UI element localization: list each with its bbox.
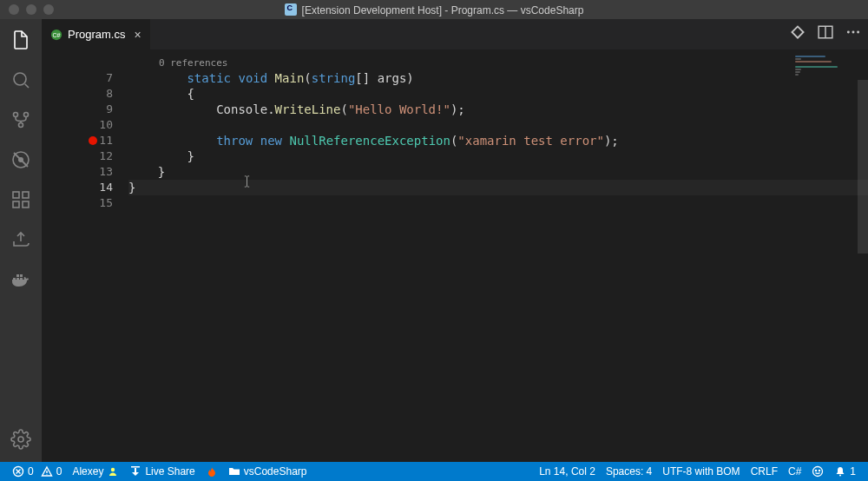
code-line[interactable] (128, 117, 868, 133)
breakpoint-icon[interactable] (89, 136, 97, 145)
status-flame[interactable] (201, 462, 223, 481)
line-number[interactable]: 13 (42, 164, 128, 180)
svg-rect-25 (131, 466, 140, 468)
editor-area: C# Program.cs × 789101112131415 (42, 19, 868, 462)
flame-icon (206, 465, 218, 478)
line-number[interactable]: 12 (42, 148, 128, 164)
search-icon[interactable] (9, 68, 33, 92)
line-number[interactable]: 8 (42, 86, 128, 102)
error-icon (12, 465, 24, 478)
close-window-button[interactable] (9, 4, 19, 15)
docker-icon[interactable] (9, 267, 33, 292)
status-liveshare[interactable]: Live Share (124, 462, 200, 481)
editor-toolbar (790, 24, 861, 40)
code-line[interactable]: } (128, 164, 868, 180)
code-editor[interactable]: 789101112131415 0 references static void… (42, 49, 868, 462)
line-number[interactable]: 11 (42, 133, 128, 148)
explorer-icon[interactable] (9, 28, 33, 52)
tab-program-cs[interactable]: C# Program.cs × (42, 19, 151, 49)
codelens-references[interactable]: 0 references (128, 56, 868, 70)
svg-point-5 (18, 157, 23, 162)
svg-point-28 (819, 470, 820, 471)
smiley-icon (812, 465, 824, 478)
split-editor-icon[interactable] (818, 24, 833, 40)
maximize-window-button[interactable] (43, 4, 54, 15)
window-title: [Extension Development Host] - Program.c… (0, 3, 868, 16)
csharp-file-icon (285, 3, 297, 16)
person-icon (107, 465, 119, 478)
status-language[interactable]: C# (783, 462, 806, 481)
svg-point-1 (14, 113, 18, 117)
diff-icon[interactable] (790, 24, 806, 40)
code-line[interactable]: Console.WriteLine("Hello World!"); (128, 102, 868, 117)
bell-icon (834, 465, 846, 478)
svg-rect-13 (16, 274, 19, 277)
folder-icon (228, 465, 240, 478)
line-number[interactable]: 14 (42, 180, 128, 195)
svg-point-20 (847, 31, 850, 34)
code-line[interactable] (128, 195, 868, 211)
code-content[interactable]: 0 references static void Main(string[] a… (128, 49, 868, 462)
svg-text:C#: C# (53, 31, 61, 37)
more-actions-icon[interactable] (845, 24, 861, 40)
svg-point-3 (19, 123, 23, 128)
svg-point-0 (14, 73, 26, 85)
svg-point-22 (857, 31, 859, 34)
status-indentation[interactable]: Spaces: 4 (601, 462, 657, 481)
editor-tabs: C# Program.cs × (42, 19, 868, 49)
line-number[interactable]: 15 (42, 195, 128, 211)
status-user[interactable]: Alexey (67, 462, 124, 481)
svg-rect-9 (23, 192, 29, 198)
text-cursor-icon (244, 175, 250, 188)
line-gutter: 789101112131415 (42, 49, 128, 462)
debug-icon[interactable] (9, 148, 33, 172)
status-eol[interactable]: CRLF (746, 462, 783, 481)
svg-rect-7 (13, 201, 19, 208)
code-line[interactable]: } (128, 180, 868, 195)
svg-point-2 (24, 113, 29, 117)
svg-rect-14 (20, 274, 23, 277)
status-errors[interactable]: 0 0 (7, 462, 67, 481)
extensions-icon[interactable] (9, 188, 33, 212)
activity-bar (0, 19, 42, 462)
svg-point-29 (839, 475, 841, 477)
svg-rect-6 (13, 192, 19, 198)
line-number[interactable]: 7 (42, 70, 128, 86)
minimap[interactable] (795, 55, 856, 79)
code-line[interactable]: } (128, 148, 868, 164)
code-line[interactable]: static void Main(string[] args) (128, 70, 868, 86)
source-control-icon[interactable] (9, 108, 33, 132)
svg-point-27 (816, 470, 817, 471)
svg-point-21 (852, 31, 855, 34)
share-icon[interactable] (9, 227, 33, 252)
line-number[interactable]: 10 (42, 117, 128, 133)
code-line[interactable]: throw new NullReferenceException("xamari… (128, 133, 868, 148)
minimize-window-button[interactable] (26, 4, 36, 15)
svg-point-24 (111, 468, 115, 471)
warning-icon (41, 465, 53, 478)
code-line[interactable]: { (128, 86, 868, 102)
status-cursor-position[interactable]: Ln 14, Col 2 (534, 462, 601, 481)
csharp-file-icon: C# (50, 29, 62, 41)
status-encoding[interactable]: UTF-8 with BOM (657, 462, 745, 481)
settings-gear-icon[interactable] (9, 427, 33, 451)
svg-point-15 (18, 437, 23, 442)
tab-label: Program.cs (68, 28, 125, 41)
scrollbar-thumb[interactable] (858, 80, 868, 254)
tab-close-icon[interactable]: × (134, 28, 141, 42)
title-bar: [Extension Development Host] - Program.c… (0, 0, 868, 19)
status-notifications[interactable]: 1 (829, 462, 861, 481)
line-number[interactable]: 9 (42, 102, 128, 117)
status-folder[interactable]: vsCodeSharp (223, 462, 312, 481)
status-bar: 0 0 Alexey Live Share vsCodeSharp Ln 14,… (0, 462, 868, 481)
status-feedback[interactable] (806, 462, 829, 481)
window-controls (0, 4, 54, 15)
svg-rect-8 (23, 201, 29, 208)
liveshare-icon (129, 465, 141, 478)
svg-point-26 (813, 467, 823, 477)
